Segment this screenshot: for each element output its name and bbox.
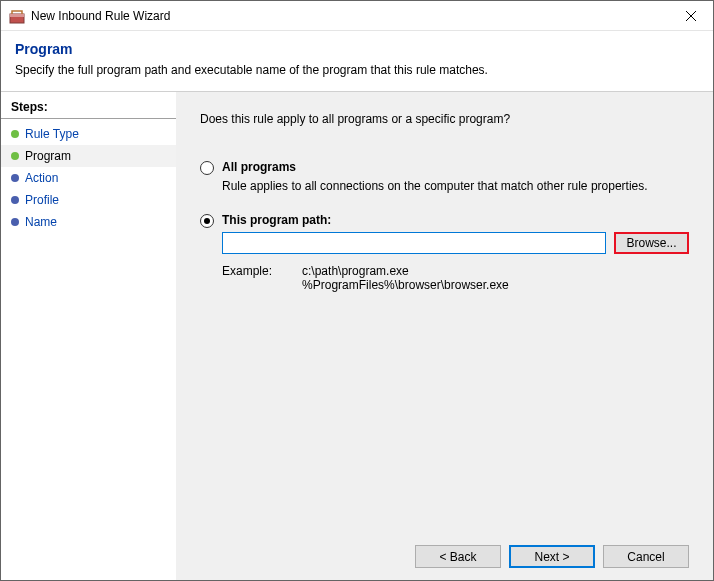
step-label: Name <box>25 215 57 229</box>
step-label: Action <box>25 171 58 185</box>
steps-sidebar: Steps: Rule Type Program Action Profile … <box>1 92 176 580</box>
window-title: New Inbound Rule Wizard <box>31 9 668 23</box>
page-subtitle: Specify the full program path and execut… <box>15 63 699 77</box>
option-all-programs[interactable]: All programs <box>200 160 689 175</box>
step-label: Rule Type <box>25 127 79 141</box>
app-icon <box>9 8 25 24</box>
titlebar: New Inbound Rule Wizard <box>1 1 713 31</box>
program-path-input[interactable] <box>222 232 606 254</box>
option-label: All programs <box>222 160 296 174</box>
step-bullet-icon <box>11 174 19 182</box>
step-bullet-icon <box>11 152 19 160</box>
content-pane: Does this rule apply to all programs or … <box>176 92 713 580</box>
page-title: Program <box>15 41 699 57</box>
step-label: Profile <box>25 193 59 207</box>
step-program[interactable]: Program <box>1 145 176 167</box>
example-row: Example: c:\path\program.exe %ProgramFil… <box>222 264 689 292</box>
radio-icon[interactable] <box>200 161 214 175</box>
wizard-footer: < Back Next > Cancel <box>200 535 689 568</box>
step-bullet-icon <box>11 218 19 226</box>
step-action[interactable]: Action <box>1 167 176 189</box>
option-label: This program path: <box>222 213 331 227</box>
browse-button[interactable]: Browse... <box>614 232 689 254</box>
option-this-program-path[interactable]: This program path: <box>200 213 689 228</box>
steps-title: Steps: <box>1 100 176 119</box>
next-button[interactable]: Next > <box>509 545 595 568</box>
cancel-button[interactable]: Cancel <box>603 545 689 568</box>
wizard-window: New Inbound Rule Wizard Program Specify … <box>0 0 714 581</box>
example-paths: c:\path\program.exe %ProgramFiles%\brows… <box>302 264 509 292</box>
svg-rect-1 <box>10 14 24 17</box>
step-bullet-icon <box>11 130 19 138</box>
question-text: Does this rule apply to all programs or … <box>200 112 689 126</box>
option-all-desc: Rule applies to all connections on the c… <box>222 179 689 193</box>
radio-icon[interactable] <box>200 214 214 228</box>
close-button[interactable] <box>668 1 713 30</box>
program-path-row: Browse... <box>222 232 689 254</box>
step-bullet-icon <box>11 196 19 204</box>
step-profile[interactable]: Profile <box>1 189 176 211</box>
step-label: Program <box>25 149 71 163</box>
back-button[interactable]: < Back <box>415 545 501 568</box>
step-name[interactable]: Name <box>1 211 176 233</box>
wizard-header: Program Specify the full program path an… <box>1 31 713 92</box>
step-rule-type[interactable]: Rule Type <box>1 123 176 145</box>
wizard-body: Steps: Rule Type Program Action Profile … <box>1 92 713 580</box>
example-label: Example: <box>222 264 272 292</box>
